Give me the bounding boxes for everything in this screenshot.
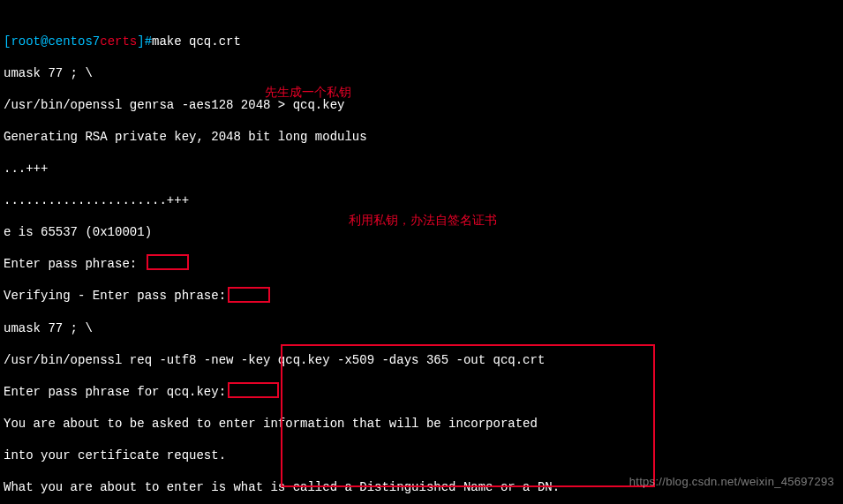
annotation-self-sign: 利用私钥，办法自签名证书	[349, 212, 497, 228]
line: You are about to be asked to enter infor…	[4, 416, 839, 432]
redacted-box	[228, 287, 270, 303]
watermark: https://blog.csdn.net/weixin_45697293	[629, 474, 834, 490]
prompt-line: [root@centos7certs]#make qcq.crt	[4, 34, 839, 49]
text: Verifying - Enter pass phrase:	[4, 289, 226, 303]
terminal[interactable]: The file movement successfully. [root@ce…	[0, 0, 843, 504]
line: /usr/bin/openssl genrsa -aes128 2048 > q…	[4, 97, 839, 113]
bracket: ]#	[137, 34, 152, 49]
line: Enter pass phrase for qcq.key:	[4, 384, 839, 400]
line: ......................+++	[4, 192, 839, 208]
line: umask 77 ; \	[4, 65, 839, 81]
line: Generating RSA private key, 2048 bit lon…	[4, 129, 839, 145]
line: Enter pass phrase:	[4, 256, 839, 272]
line: /usr/bin/openssl req -utf8 -new -key qcq…	[4, 352, 839, 368]
line: ...+++	[4, 161, 839, 177]
annotation-generate-key: 先生成一个私钥	[265, 84, 351, 100]
line: Verifying - Enter pass phrase:	[4, 288, 839, 304]
userhost: root@centos7	[11, 34, 100, 49]
text: Enter pass phrase:	[4, 257, 145, 271]
redacted-box	[147, 254, 189, 270]
dir: certs	[100, 34, 137, 49]
line: umask 77 ; \	[4, 320, 839, 336]
redacted-box	[228, 382, 279, 398]
text: Enter pass phrase for qcq.key:	[4, 385, 226, 399]
command: make qcq.crt	[152, 34, 241, 49]
line: into your certificate request.	[4, 448, 839, 463]
